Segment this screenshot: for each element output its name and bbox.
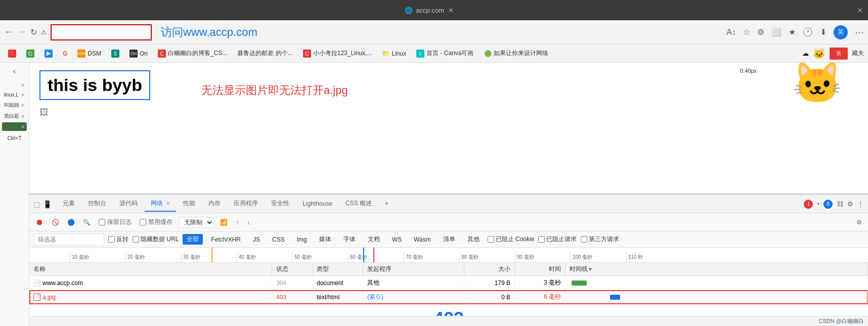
sidebar-tab-linux-close[interactable]: ✕ [21, 92, 25, 98]
sidebar-tab-new[interactable]: Ctrl+T [2, 134, 27, 143]
bookmark-icon[interactable]: ☆ [743, 27, 750, 37]
devtools-inspect-icon[interactable]: ⬚ [33, 200, 40, 208]
filter-js[interactable]: JS [249, 235, 264, 244]
more-devtools-icon[interactable]: ⋮ [857, 200, 864, 208]
tab-sources[interactable]: 源代码 [113, 196, 144, 212]
reload-button[interactable]: ↻ [30, 27, 37, 37]
th-time[interactable]: 时间 [515, 263, 566, 275]
sidebar-tab-heibai-close[interactable]: ✕ [21, 114, 25, 119]
back-button[interactable]: ← [4, 27, 13, 37]
sidebar-tab-linux[interactable]: linux,L ✕ [2, 90, 27, 99]
filter-wasm[interactable]: Wasm [410, 235, 435, 244]
hide-data-url-checkbox[interactable] [133, 236, 139, 243]
translate-icon[interactable]: A↕ [726, 28, 736, 37]
filter-img[interactable]: Img [293, 235, 311, 244]
devtools-device-icon[interactable]: 📱 [43, 200, 52, 208]
visit-url-text: 访问www.accp.com [156, 25, 722, 40]
bookmark-item-blog[interactable]: C 白幽幽白的博客_CS... [154, 47, 231, 60]
record-button[interactable]: ⏺ [33, 217, 46, 228]
devtools-settings-gear[interactable]: ⚙ [854, 218, 864, 227]
filter-fetchxhr[interactable]: Fetch/XHR [207, 235, 245, 244]
bookmark-item-linux[interactable]: C 小小考拉123_Linux,... [299, 47, 376, 60]
filter-media[interactable]: 媒体 [315, 234, 335, 245]
bookmark-item-1[interactable]: 🔴 [4, 48, 20, 60]
filter-css[interactable]: CSS [268, 235, 289, 244]
history-icon[interactable]: 🕐 [803, 27, 813, 37]
blocked-cookie-checkbox[interactable] [488, 236, 494, 243]
forward-button[interactable]: → [17, 27, 26, 37]
th-initiator[interactable]: 发起程序 [363, 263, 464, 275]
profile-avatar[interactable]: 英 [834, 25, 848, 39]
disable-cache-checkbox[interactable] [140, 219, 146, 225]
third-party-checkbox[interactable] [581, 236, 587, 243]
blocked-req-text: 已阻止请求 [546, 235, 577, 244]
tab-elements[interactable]: 元素 [57, 196, 81, 212]
bookmark-item-dsm[interactable]: DSM DSM [73, 48, 105, 60]
download-icon-button[interactable]: ↓ [245, 218, 252, 227]
filter-all-button[interactable]: 全部 [183, 234, 203, 245]
split-view-icon[interactable]: ⬜ [771, 27, 782, 37]
sidebar-tab-jiejie[interactable]: 叫姐姐 ✕ [2, 100, 27, 110]
bookmark-item-3[interactable]: ▶ [40, 48, 57, 60]
tab-performance[interactable]: 性能 [177, 196, 201, 212]
bookmark-item-s[interactable]: S [107, 48, 123, 60]
clear-button[interactable]: 🚫 [50, 218, 61, 227]
sidebar-tab-1[interactable]: ✕ [2, 81, 27, 89]
th-status[interactable]: 状态 [272, 263, 313, 275]
table-row-accp[interactable]: 📄 www.accp.com 304 document 其他 179 B [29, 276, 868, 290]
sidebar-tab-active-close[interactable]: ✕ [21, 124, 25, 129]
th-waterfall[interactable]: 时间线 ▼ [566, 263, 868, 275]
th-type[interactable]: 类型 [313, 263, 363, 275]
tab-css-overview[interactable]: CSS 概述 [339, 196, 378, 212]
download-icon[interactable]: ⬇ [820, 27, 827, 37]
filter-doc[interactable]: 文档 [364, 234, 384, 245]
th-name[interactable]: 名称 [29, 263, 272, 275]
tab-close-icon[interactable]: ✕ [448, 7, 454, 14]
throttle-select[interactable]: 无限制 [179, 217, 214, 228]
filter-input[interactable] [33, 234, 104, 246]
tab-add[interactable]: + [379, 197, 395, 211]
cloud-icon[interactable]: ☁ [802, 50, 809, 57]
wifi-icon-button[interactable]: 📶 [218, 218, 230, 227]
tab-memory[interactable]: 内存 [202, 196, 227, 212]
sidebar-tab-active[interactable]: ✕ [2, 122, 27, 131]
bookmark-item-2[interactable]: G [22, 48, 38, 60]
tab-console[interactable]: 控制台 [82, 196, 112, 212]
sidebar-tab-jiejie-close[interactable]: ✕ [21, 103, 25, 108]
reverse-checkbox[interactable] [108, 236, 115, 243]
more-menu-icon[interactable]: ⋯ [855, 27, 864, 38]
bookmark-item-on[interactable]: On On [125, 48, 152, 60]
tab-application[interactable]: 应用程序 [228, 196, 264, 212]
tab-network[interactable]: 网络 ✕ [145, 196, 176, 212]
upload-icon-button[interactable]: ↑ [234, 218, 241, 227]
settings-icon[interactable]: ⚙ [847, 200, 853, 208]
bookmark-item-linux-folder[interactable]: 📁 Linux [378, 48, 410, 59]
preserve-log-checkbox[interactable] [99, 219, 105, 225]
sidebar-tab-1-close[interactable]: ✕ [21, 82, 25, 88]
filter-clear[interactable]: 清单 [439, 234, 459, 245]
td-initiator-ajpg[interactable]: (索引) [363, 290, 464, 304]
window-close-icon[interactable]: ✕ [857, 7, 863, 14]
sidebar-collapse-button[interactable]: ‹ [10, 66, 19, 77]
bookmark-item-network[interactable]: 🟢 如果让你来设计网络 [480, 47, 552, 60]
sidebar-tab-heibai[interactable]: 黑白彩 ✕ [2, 111, 27, 121]
tab-lighthouse[interactable]: Lighthouse [296, 197, 338, 211]
filter-font[interactable]: 字体 [339, 234, 360, 245]
bookmark-item-poet[interactable]: 聂鲁达的邮差 的个... [233, 47, 296, 60]
th-size[interactable]: 大小 [464, 263, 515, 275]
filter-ws[interactable]: WS [388, 235, 406, 244]
ruler-100ms: 100 毫秒 [571, 252, 626, 262]
address-input[interactable]: www.accp.com [51, 24, 152, 40]
fetch-toggle-button[interactable]: 🔵 [65, 218, 77, 227]
favorites-icon[interactable]: ★ [789, 27, 796, 37]
tab-security[interactable]: 安全性 [265, 196, 295, 212]
table-row-ajpg[interactable]: 📄 a.jpg 403 text/html (索引) 0 B [29, 290, 868, 304]
filter-other[interactable]: 其他 [463, 234, 484, 245]
extension-icon[interactable]: ⚙ [757, 27, 764, 37]
search-button[interactable]: 🔍 [81, 218, 93, 227]
blocked-req-checkbox[interactable] [538, 236, 545, 243]
connections-icon[interactable]: ⛓ [837, 200, 843, 208]
bookmark-item-canva[interactable]: C 首页 - Canva可画 [412, 47, 478, 60]
bookmark-item-csdn[interactable]: G [59, 48, 71, 59]
tab-network-close[interactable]: ✕ [166, 201, 170, 206]
